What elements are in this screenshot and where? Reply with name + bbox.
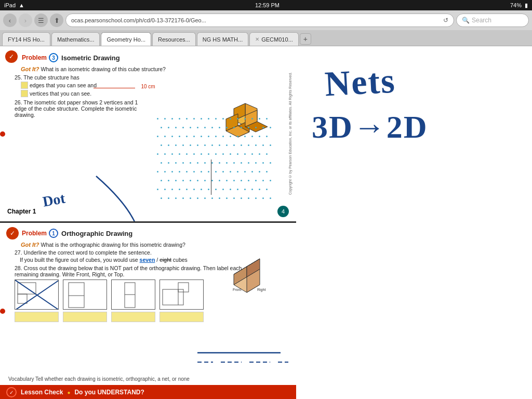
dot-grid: /* dots generated below */ — [157, 118, 282, 217]
svg-rect-13 — [69, 283, 84, 308]
problem-label-bottom: Problem — [22, 230, 47, 237]
item-26: 26. The isometric dot paper shows 2 vert… — [15, 99, 150, 118]
svg-rect-15 — [125, 283, 135, 308]
problem-header-bottom: ✓ Problem 1 Orthographic Drawing — [6, 227, 290, 240]
tab-label-resources: Resources... — [158, 36, 190, 43]
item-26-text: 26. The isometric dot paper shows 2 vert… — [15, 99, 138, 118]
status-left: iPad ▲ — [4, 2, 24, 8]
lesson-check-icon: ✓ — [6, 387, 17, 397]
problem-header-top: ✓ Problem 3 Isometric Drawing — [6, 51, 290, 64]
checkmark-badge-top: ✓ — [5, 50, 18, 63]
search-placeholder: Search — [472, 17, 491, 24]
item-27b-text: eight — [159, 257, 171, 263]
tab-ng[interactable]: NG HS MATH... — [197, 32, 248, 46]
drawings-row: Front Right — [15, 280, 290, 323]
status-bar: iPad ▲ 12:59 PM 74% ▮ — [0, 0, 532, 10]
drawing-4 — [159, 280, 204, 323]
share-button[interactable]: ⬆ — [50, 14, 63, 27]
tab-resources[interactable]: Resources... — [152, 32, 196, 46]
item-27-end: cubes — [173, 257, 188, 263]
tab-label-geometry: Geometry Ho... — [107, 36, 145, 43]
page-top: 10 cm ✓ Problem 3 Isometric Drawing — [0, 46, 296, 223]
drawing-2 — [63, 280, 107, 323]
whiteboard: Nets 3D→2D — [296, 46, 532, 399]
tab-geometry[interactable]: Geometry Ho... — [101, 32, 151, 46]
lesson-check-bullet: ● — [67, 390, 70, 395]
vocabulary-label: Vocabulary Tell whether each drawing is … — [8, 376, 190, 382]
chapter-label: Chapter 1 — [7, 208, 36, 215]
item-27-text: 27. Underline the correct word to comple… — [15, 249, 152, 256]
red-dot-bottom — [0, 309, 5, 314]
tab-gecm[interactable]: ✕ GECM010... — [249, 32, 299, 46]
forward-button[interactable]: › — [19, 14, 32, 27]
yellow-box-edges — [21, 82, 28, 89]
battery-icon: ▮ — [525, 2, 528, 9]
item-25a-text: edges that you can see and — [30, 82, 97, 88]
dashed-line-annotation — [197, 348, 291, 368]
tab-label-ng: NG HS MATH... — [203, 36, 243, 43]
status-right: 74% ▮ — [510, 2, 528, 9]
got-it-label-bottom: Got It? — [21, 242, 39, 248]
do-you-understand-label: Do you UNDERSTAND? — [74, 389, 144, 396]
nets-text: Nets — [324, 60, 396, 104]
page-bottom: ✓ Problem 1 Orthographic Drawing Got It?… — [0, 223, 296, 399]
item-25b-text: vertices that you can see. — [30, 90, 91, 97]
reload-icon[interactable]: ↺ — [443, 17, 448, 24]
device-label: iPad — [4, 2, 16, 8]
svg-text:Front: Front — [233, 288, 241, 291]
got-it-question-bottom: What is the orthographic drawing for thi… — [41, 242, 185, 248]
got-it-question-top: What is an isometric drawing of this cub… — [41, 66, 166, 72]
cm-label: 10 cm — [141, 84, 155, 89]
answer-box-1[interactable] — [15, 312, 59, 322]
problem-number-bottom: 1 — [49, 229, 58, 238]
lesson-check-label: Lesson Check — [21, 389, 63, 396]
browser-chrome: ‹ › ☰ ⬆ ocas.pearsonschool.com/ph/cd/0-1… — [0, 10, 532, 46]
drawing-1 — [15, 280, 59, 323]
svg-text:Right: Right — [257, 288, 265, 292]
item-27-slash: / — [156, 257, 158, 263]
tab-label-math: Mathematics... — [57, 36, 95, 43]
cm-line — [94, 88, 135, 88]
answer-box-4[interactable] — [159, 312, 204, 322]
problem-title-top: Isometric Drawing — [61, 54, 120, 62]
item-28: 28. Cross out the drawing below that is … — [15, 265, 248, 277]
time-display: 12:59 PM — [255, 2, 280, 8]
item-25: 25. The cube structure has — [15, 74, 290, 81]
problem-label-top: Problem — [22, 54, 47, 61]
vertical-line — [211, 159, 211, 195]
answer-box-3[interactable] — [111, 312, 155, 322]
item-28-text: 28. Cross out the drawing below that is … — [15, 265, 242, 277]
search-bar[interactable]: 🔍 Search — [456, 14, 529, 27]
problem-title-bottom: Orthographic Drawing — [61, 230, 132, 237]
item-25b: vertices that you can see. — [21, 90, 290, 97]
item-27a-text: seven — [140, 257, 155, 263]
got-it-section-bottom: Got It? What is the orthographic drawing… — [21, 242, 290, 248]
textbook-area: 10 cm ✓ Problem 3 Isometric Drawing — [0, 46, 296, 399]
url-text: ocas.pearsonschool.com/ph/cd/0-13-372176… — [71, 17, 206, 23]
item-25a: edges that you can see and — [21, 82, 290, 89]
url-bar[interactable]: ocas.pearsonschool.com/ph/cd/0-13-372176… — [65, 14, 454, 27]
tab-label-gecm: GECM010... — [261, 36, 293, 43]
tab-label-fy14: FY14 HS Ho... — [8, 36, 45, 43]
problem-number-top: 3 — [49, 53, 58, 62]
item-25-text: 25. The cube structure has — [15, 74, 79, 81]
main-area: 10 cm ✓ Problem 3 Isometric Drawing — [0, 46, 532, 399]
vocabulary-section: Vocabulary Tell whether each drawing is … — [8, 374, 190, 383]
drawing-3 — [111, 280, 155, 323]
got-it-label-top: Got It? — [21, 66, 39, 72]
svg-rect-10 — [18, 294, 27, 303]
copyright-text: Copyright © by Pearson Education, Inc. o… — [288, 72, 292, 195]
3d-to-2d-text: 3D→2D — [312, 109, 428, 145]
checkmark-badge-bottom: ✓ — [6, 227, 19, 240]
bookmark-button[interactable]: ☰ — [34, 14, 48, 27]
tab-fy14[interactable]: FY14 HS Ho... — [2, 32, 50, 46]
new-tab-button[interactable]: + — [300, 33, 311, 45]
tabs-bar: FY14 HS Ho... Mathematics... Geometry Ho… — [0, 30, 532, 46]
answer-box-2[interactable] — [63, 312, 107, 322]
yellow-box-vertices — [21, 90, 28, 97]
got-it-section-top: Got It? What is an isometric drawing of … — [21, 66, 290, 72]
page-number: 4 — [277, 206, 289, 217]
tab-math[interactable]: Mathematics... — [51, 32, 100, 46]
back-button[interactable]: ‹ — [3, 14, 17, 27]
tab-close-gecm[interactable]: ✕ — [255, 36, 259, 42]
